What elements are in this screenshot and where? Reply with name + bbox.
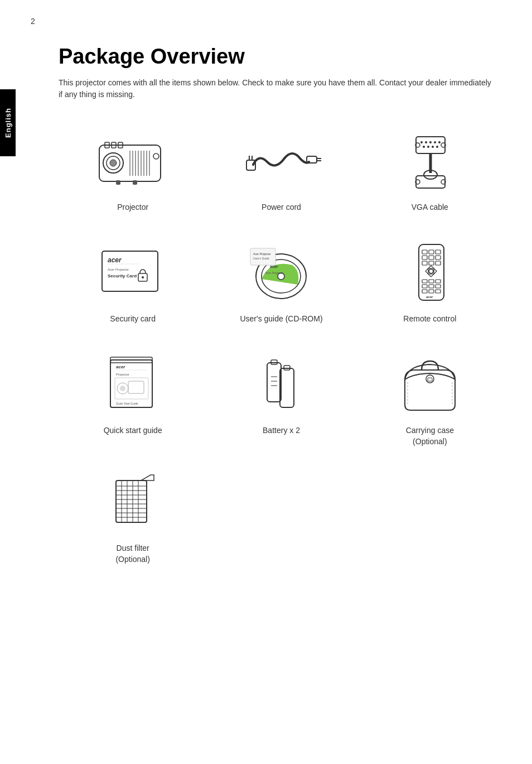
svg-rect-64 [422, 261, 427, 265]
svg-rect-65 [429, 261, 434, 265]
svg-rect-66 [436, 261, 441, 265]
svg-rect-62 [429, 256, 434, 260]
svg-point-28 [434, 141, 436, 143]
svg-rect-79 [422, 290, 427, 293]
svg-rect-63 [436, 256, 441, 260]
users-guide-label: User's guide (CD-ROM) [240, 314, 322, 325]
dust-filter-image [91, 469, 175, 536]
svg-rect-76 [422, 285, 427, 288]
item-power-cord: Power cord [207, 123, 355, 234]
item-battery: Battery x 2 [207, 346, 355, 464]
side-tab-label: English [4, 108, 12, 138]
svg-text:Projector: Projector [116, 373, 129, 376]
svg-rect-78 [436, 285, 441, 288]
items-grid: Projector Power cord [59, 123, 504, 582]
svg-rect-77 [429, 285, 434, 288]
security-card-label: Security card [110, 314, 156, 325]
item-carrying-case: Carrying case(Optional) [356, 346, 504, 464]
projector-label: Projector [117, 202, 148, 213]
svg-point-29 [438, 141, 441, 143]
item-dust-filter: Dust filter(Optional) [59, 464, 207, 582]
svg-point-15 [153, 153, 159, 159]
svg-rect-17 [133, 180, 137, 185]
item-remote-control: acer Remote control [356, 234, 504, 346]
svg-rect-58 [422, 250, 427, 254]
dust-filter-label: Dust filter(Optional) [115, 543, 149, 565]
page-number: 2 [31, 17, 35, 26]
page-description: This projector comes with all the items … [59, 77, 494, 100]
svg-point-100 [426, 375, 434, 383]
svg-point-72 [429, 269, 433, 273]
svg-rect-60 [436, 250, 441, 254]
svg-rect-73 [422, 280, 427, 283]
remote-control-image: acer [388, 240, 472, 307]
svg-point-31 [427, 146, 429, 148]
svg-rect-16 [116, 180, 120, 185]
svg-text:acer: acer [108, 256, 122, 264]
svg-rect-95 [280, 368, 294, 407]
item-quick-start-guide: acer Projector Quick Start Guide Quick s… [59, 346, 207, 464]
item-vga-cable: VGA cable [356, 123, 504, 234]
power-cord-image [239, 128, 323, 195]
svg-rect-101 [428, 378, 432, 381]
svg-point-6 [110, 160, 117, 166]
svg-rect-57 [419, 244, 444, 300]
svg-text:User's Guide: User's Guide [253, 257, 269, 260]
svg-text:acer: acer [116, 364, 125, 369]
power-cord-label: Power cord [262, 202, 301, 213]
svg-text:Acer Projector: Acer Projector [265, 271, 283, 275]
svg-point-30 [423, 146, 425, 148]
battery-label: Battery x 2 [263, 425, 300, 436]
svg-rect-81 [436, 290, 441, 293]
svg-rect-38 [416, 176, 445, 188]
battery-image [239, 352, 323, 419]
svg-text:Security Card: Security Card [108, 273, 137, 278]
svg-rect-59 [429, 250, 434, 254]
svg-rect-91 [128, 381, 144, 393]
svg-rect-102 [116, 480, 147, 522]
svg-point-25 [420, 141, 423, 143]
side-tab: English [0, 89, 16, 156]
svg-text:Acer Projector: Acer Projector [108, 268, 129, 271]
item-projector: Projector [59, 123, 207, 234]
page-title: Package Overview [59, 45, 504, 69]
svg-point-32 [432, 146, 434, 148]
item-security-card: acer Acer Projector Security Card Securi… [59, 234, 207, 346]
svg-rect-93 [267, 363, 281, 402]
item-users-guide: acer Acer Projector Acer Projector User'… [207, 234, 355, 346]
svg-point-47 [142, 276, 144, 278]
users-guide-image: acer Acer Projector Acer Projector User'… [239, 240, 323, 307]
svg-rect-24 [416, 137, 445, 153]
svg-text:acer: acer [426, 295, 433, 299]
svg-rect-75 [436, 280, 441, 283]
svg-point-27 [429, 141, 432, 143]
svg-point-26 [425, 141, 427, 143]
security-card-image: acer Acer Projector Security Card [91, 240, 175, 307]
remote-control-label: Remote control [403, 314, 456, 325]
vga-cable-image [388, 128, 472, 195]
carrying-case-image [388, 352, 472, 419]
quick-start-guide-label: Quick start guide [104, 425, 162, 436]
svg-point-90 [120, 386, 125, 391]
svg-text:Quick Start Guide: Quick Start Guide [116, 402, 138, 405]
svg-text:Acer Projector: Acer Projector [253, 252, 271, 256]
projector-image [91, 128, 175, 195]
svg-point-33 [436, 146, 438, 148]
quick-start-guide-image: acer Projector Quick Start Guide [91, 352, 175, 419]
carrying-case-label: Carrying case(Optional) [406, 425, 454, 447]
svg-rect-61 [422, 256, 427, 260]
svg-rect-74 [429, 280, 434, 283]
svg-rect-80 [429, 290, 434, 293]
vga-cable-label: VGA cable [412, 202, 448, 213]
